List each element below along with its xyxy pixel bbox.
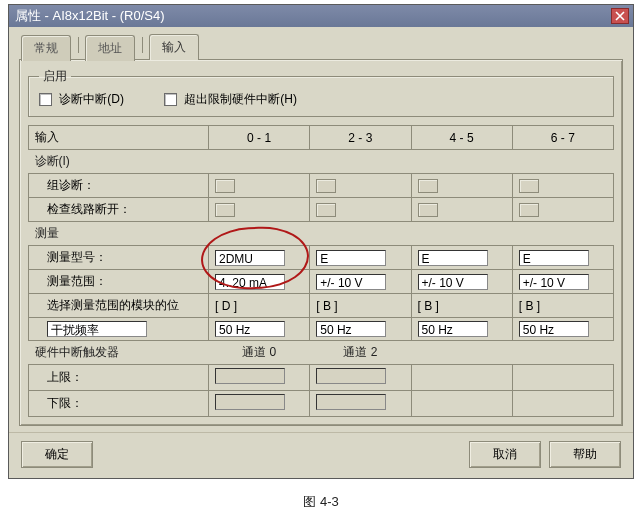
group-diag-cb-0[interactable]	[215, 179, 235, 193]
wirebreak-cb-2[interactable]	[418, 203, 438, 217]
button-bar: 确定 取消 帮助	[9, 432, 633, 478]
hw-limit-interrupt-label: 超出限制硬件中断(H)	[184, 92, 297, 106]
col-0: 0 - 1	[209, 126, 310, 150]
modpos-0: [ D ]	[209, 294, 310, 318]
hwtrig-ch2: 通道 2	[310, 341, 411, 365]
wirebreak-row: 检查线路断开：	[29, 198, 614, 222]
tab-separator	[142, 37, 143, 53]
modpos-1: [ B ]	[310, 294, 411, 318]
tab-input[interactable]: 输入	[149, 34, 199, 60]
hwtrig-ch0: 通道 0	[209, 341, 310, 365]
meas-type-3[interactable]: E	[519, 250, 589, 266]
diag-interrupt-checkbox[interactable]	[39, 93, 52, 106]
tab-separator	[78, 37, 79, 53]
meas-range-1[interactable]: +/- 10 V	[316, 274, 386, 290]
tab-general-label: 常规	[34, 41, 58, 55]
lower-row: 下限：	[29, 391, 614, 417]
group-diag-cb-1[interactable]	[316, 179, 336, 193]
close-icon[interactable]	[611, 8, 629, 24]
dialog-window: 属性 - AI8x12Bit - (R0/S4) 常规 地址 输入 启用 诊断中…	[8, 4, 634, 479]
hw-limit-interrupt-checkbox[interactable]	[164, 93, 177, 106]
input-table: 输入 0 - 1 2 - 3 4 - 5 6 - 7 诊断(I) 组诊断： 检查…	[28, 125, 614, 417]
hwtrig-legend: 硬件中断触发器	[29, 341, 209, 365]
modpos-label: 选择测量范围的模块的位	[29, 294, 209, 318]
help-button[interactable]: 帮助	[549, 441, 621, 468]
tab-general[interactable]: 常规	[21, 35, 71, 61]
meas-range-3[interactable]: +/- 10 V	[519, 274, 589, 290]
group-diag-row: 组诊断：	[29, 174, 614, 198]
lower-label: 下限：	[29, 391, 209, 417]
meas-range-row: 测量范围： 4..20 mA +/- 10 V +/- 10 V +/- 10 …	[29, 270, 614, 294]
group-diag-cb-3[interactable]	[519, 179, 539, 193]
meas-type-label: 测量型号：	[29, 246, 209, 270]
lower-2[interactable]	[316, 394, 386, 410]
tab-address[interactable]: 地址	[85, 35, 135, 61]
noise-3[interactable]: 50 Hz	[519, 321, 589, 337]
wirebreak-label: 检查线路断开：	[29, 198, 209, 222]
tab-address-label: 地址	[98, 41, 122, 55]
figure-caption: 图 4-3	[0, 493, 642, 507]
group-diag-cb-2[interactable]	[418, 179, 438, 193]
upper-label: 上限：	[29, 365, 209, 391]
col-label: 输入	[29, 126, 209, 150]
tabstrip: 常规 地址 输入	[9, 27, 633, 59]
meas-type-1[interactable]: E	[316, 250, 386, 266]
table-header-row: 输入 0 - 1 2 - 3 4 - 5 6 - 7	[29, 126, 614, 150]
meas-range-2[interactable]: +/- 10 V	[418, 274, 488, 290]
meas-range-label: 测量范围：	[29, 270, 209, 294]
hwtrig-header-row: 硬件中断触发器 通道 0 通道 2	[29, 341, 614, 365]
upper-row: 上限：	[29, 365, 614, 391]
tab-input-page: 启用 诊断中断(D) 超出限制硬件中断(H) 输入 0 - 1 2 - 3 4 …	[19, 59, 623, 426]
cancel-button[interactable]: 取消	[469, 441, 541, 468]
meas-legend: 测量	[29, 222, 614, 246]
wirebreak-cb-3[interactable]	[519, 203, 539, 217]
lower-0[interactable]	[215, 394, 285, 410]
tab-input-label: 输入	[162, 40, 186, 54]
titlebar: 属性 - AI8x12Bit - (R0/S4)	[9, 5, 633, 27]
noise-0[interactable]: 50 Hz	[215, 321, 285, 337]
group-diag-label: 组诊断：	[29, 174, 209, 198]
ok-button[interactable]: 确定	[21, 441, 93, 468]
wirebreak-cb-0[interactable]	[215, 203, 235, 217]
cancel-button-label: 取消	[493, 447, 517, 461]
modpos-3: [ B ]	[512, 294, 613, 318]
upper-2[interactable]	[316, 368, 386, 384]
modpos-2: [ B ]	[411, 294, 512, 318]
meas-range-0[interactable]: 4..20 mA	[215, 274, 285, 290]
col-2: 4 - 5	[411, 126, 512, 150]
col-1: 2 - 3	[310, 126, 411, 150]
diag-interrupt-row: 诊断中断(D)	[39, 91, 124, 108]
diag-interrupt-label: 诊断中断(D)	[59, 92, 124, 106]
noise-row: 干扰频率 50 Hz 50 Hz 50 Hz 50 Hz	[29, 318, 614, 341]
meas-type-0[interactable]: 2DMU	[215, 250, 285, 266]
noise-1[interactable]: 50 Hz	[316, 321, 386, 337]
meas-type-row: 测量型号： 2DMU E E E	[29, 246, 614, 270]
diag-legend: 诊断(I)	[29, 150, 614, 174]
upper-0[interactable]	[215, 368, 285, 384]
col-3: 6 - 7	[512, 126, 613, 150]
noise-label-box[interactable]: 干扰频率	[47, 321, 147, 337]
window-title: 属性 - AI8x12Bit - (R0/S4)	[15, 7, 611, 25]
wirebreak-cb-1[interactable]	[316, 203, 336, 217]
hw-limit-interrupt-row: 超出限制硬件中断(H)	[164, 91, 297, 108]
enable-legend: 启用	[39, 68, 71, 85]
meas-type-2[interactable]: E	[418, 250, 488, 266]
noise-2[interactable]: 50 Hz	[418, 321, 488, 337]
help-button-label: 帮助	[573, 447, 597, 461]
modpos-row: 选择测量范围的模块的位 [ D ] [ B ] [ B ] [ B ]	[29, 294, 614, 318]
enable-group: 启用 诊断中断(D) 超出限制硬件中断(H)	[28, 68, 614, 117]
ok-button-label: 确定	[45, 447, 69, 461]
